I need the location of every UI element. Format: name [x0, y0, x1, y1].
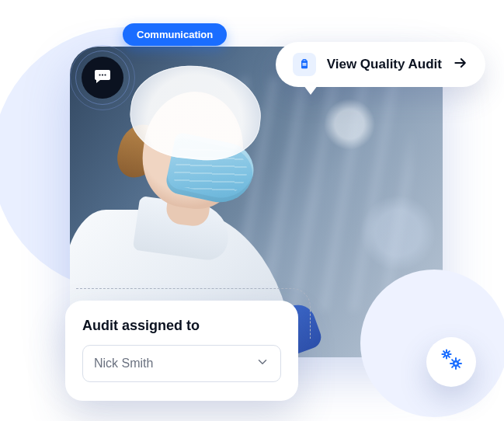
svg-rect-4 — [303, 60, 306, 61]
chat-badge[interactable] — [70, 45, 135, 110]
svg-point-1 — [102, 74, 103, 75]
assign-title: Audit assigned to — [82, 318, 281, 334]
chevron-down-icon — [255, 355, 269, 372]
svg-point-0 — [99, 74, 100, 75]
bg-circle-right — [360, 270, 504, 417]
communication-badge: Communication — [123, 23, 227, 46]
gears-icon — [439, 348, 464, 376]
chat-icon — [93, 67, 112, 89]
communication-badge-label: Communication — [137, 29, 213, 40]
assignee-value: Nick Smith — [94, 357, 153, 371]
svg-point-6 — [446, 353, 447, 355]
assign-panel: Audit assigned to Nick Smith — [65, 301, 298, 401]
view-quality-audit-button[interactable]: View Quality Audit — [276, 42, 485, 87]
settings-gears-button[interactable] — [426, 337, 476, 387]
bubble-tail — [304, 85, 318, 95]
assignee-select[interactable]: Nick Smith — [82, 345, 281, 382]
clipboard-icon — [293, 53, 316, 76]
view-quality-audit-label: View Quality Audit — [327, 57, 442, 72]
svg-point-8 — [454, 362, 457, 364]
arrow-right-icon — [453, 55, 468, 74]
svg-point-2 — [104, 74, 106, 75]
